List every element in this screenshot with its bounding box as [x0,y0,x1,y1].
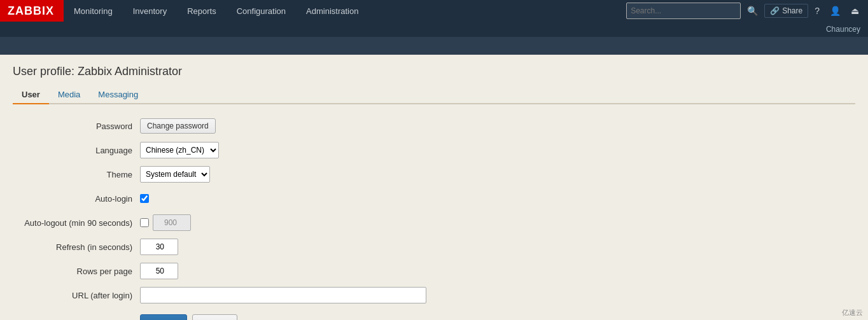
theme-label: Theme [13,170,140,179]
user-profile-form: Password Change password Language Chines… [13,117,458,320]
rows-per-page-label: Rows per page [13,267,140,276]
nav-menu: Monitoring Inventory Reports Configurati… [64,0,626,22]
autologin-control [140,194,149,203]
url-row: URL (after login) [13,286,458,304]
theme-select[interactable]: System default Blue Dark [140,166,210,183]
cancel-button[interactable]: Cancel [192,314,237,320]
page-title: User profile: Zabbix Administrator [13,65,855,78]
username-label: Chauncey [826,25,860,34]
sub-navbar [0,37,868,55]
refresh-input[interactable] [140,239,178,255]
watermark: 亿速云 [842,308,863,317]
nav-monitoring[interactable]: Monitoring [64,0,123,22]
autologout-checkbox[interactable] [140,218,149,227]
user-icon-btn[interactable]: 👤 [826,3,844,18]
action-row: Update Cancel [13,314,458,320]
tab-user[interactable]: User [13,86,49,104]
rows-per-page-row: Rows per page [13,262,458,280]
autologin-checkbox[interactable] [140,194,149,203]
password-control: Change password [140,118,216,134]
autologout-row: Auto-logout (min 90 seconds) [13,214,458,232]
autologout-value-input[interactable] [153,214,191,231]
refresh-control [140,239,178,255]
language-select[interactable]: Chinese (zh_CN) English (en_US) French (… [140,142,219,158]
logo[interactable]: ZABBIX [0,0,64,22]
autologout-label: Auto-logout (min 90 seconds) [13,218,140,228]
share-label: Share [782,6,802,15]
nav-inventory[interactable]: Inventory [123,0,177,22]
language-control: Chinese (zh_CN) English (en_US) French (… [140,142,219,158]
refresh-row: Refresh (in seconds) [13,238,458,256]
nav-reports[interactable]: Reports [177,0,227,22]
sub-nav-text [8,41,10,50]
rows-per-page-input[interactable] [140,263,178,279]
autologin-row: Auto-login [13,190,458,207]
theme-row: Theme System default Blue Dark [13,165,458,183]
search-input[interactable] [626,3,741,19]
rows-per-page-control [140,263,178,279]
language-label: Language [13,146,140,155]
content-area: User profile: Zabbix Administrator User … [0,55,868,320]
url-label: URL (after login) [13,291,140,300]
tab-media[interactable]: Media [49,86,89,104]
navbar-right: 🔍 🔗 Share ? 👤 ⏏ [626,3,868,19]
theme-control: System default Blue Dark [140,166,210,183]
logout-icon-btn[interactable]: ⏏ [847,3,863,18]
autologin-label: Auto-login [13,194,140,204]
autologout-control [140,214,191,231]
share-button[interactable]: 🔗 Share [764,4,808,18]
language-row: Language Chinese (zh_CN) English (en_US)… [13,141,458,159]
nav-administration[interactable]: Administration [296,0,368,22]
password-label: Password [13,122,140,131]
tabs: User Media Messaging [13,86,855,104]
refresh-label: Refresh (in seconds) [13,242,140,252]
navbar: ZABBIX Monitoring Inventory Reports Conf… [0,0,868,22]
url-input[interactable] [140,287,426,303]
url-control [140,287,426,303]
help-icon-btn[interactable]: ? [811,3,823,18]
share-icon: 🔗 [770,6,780,15]
nav-configuration[interactable]: Configuration [227,0,296,22]
password-row: Password Change password [13,117,458,135]
tab-messaging[interactable]: Messaging [89,86,147,104]
change-password-button[interactable]: Change password [140,118,216,134]
update-button[interactable]: Update [140,314,187,320]
user-bar: Chauncey [0,22,868,37]
search-icon-btn[interactable]: 🔍 [743,3,762,18]
